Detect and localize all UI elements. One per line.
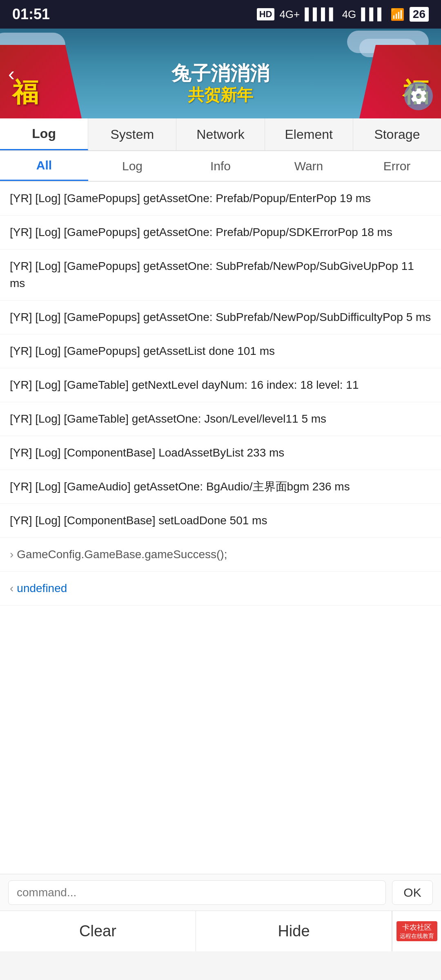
log-entry: [YR] [Log] [ComponentBase] LoadAssetByLi… xyxy=(0,436,441,470)
log-entry: [YR] [Log] [GamePopups] getAssetOne: Pre… xyxy=(0,216,441,249)
tab-system[interactable]: System xyxy=(88,118,176,150)
log-entry: [YR] [Log] [GamePopups] getAssetOne: Pre… xyxy=(0,182,441,216)
wifi-icon: 📶 xyxy=(390,8,405,21)
command-input[interactable] xyxy=(8,880,386,905)
logo-badge: 卡农社区 远程在线教育 xyxy=(392,911,441,951)
tab-filter-all[interactable]: All xyxy=(0,151,88,181)
signal-bars2-icon: ▌▌▌ xyxy=(361,8,385,21)
tab-log[interactable]: Log xyxy=(0,118,88,150)
bottom-bar: Clear Hide 卡农社区 远程在线教育 xyxy=(0,911,441,951)
status-icons: HD 4G+ ▌▌▌▌ 4G ▌▌▌ 📶 26 xyxy=(257,7,429,22)
log-entry: [YR] [Log] [GamePopups] getAssetList don… xyxy=(0,334,441,368)
app-header: 福 福 ‹ 兔子消消消 共贺新年 xyxy=(0,29,441,118)
network-4g-icon: 4G xyxy=(342,8,356,21)
log-entry: ‹undefined xyxy=(0,572,441,606)
log-entry: [YR] [Log] [GameTable] getNextLevel dayN… xyxy=(0,368,441,402)
back-button[interactable]: ‹ xyxy=(8,62,15,85)
tab-filter-error[interactable]: Error xyxy=(353,151,441,181)
ok-button[interactable]: OK xyxy=(392,880,433,905)
clear-button[interactable]: Clear xyxy=(0,911,196,951)
log-entry: [YR] [Log] [ComponentBase] setLoadDone 5… xyxy=(0,504,441,538)
tab-element[interactable]: Element xyxy=(265,118,353,150)
hd-icon: HD xyxy=(257,8,275,20)
tab-storage[interactable]: Storage xyxy=(353,118,441,150)
log-entry: [YR] [Log] [GamePopups] getAssetOne: Sub… xyxy=(0,301,441,334)
collapse-arrow-icon[interactable]: ‹ xyxy=(10,582,13,595)
banner-subtitle: 共贺新年 xyxy=(188,84,253,106)
tab-filter-warn[interactable]: Warn xyxy=(265,151,353,181)
settings-button[interactable] xyxy=(404,82,433,110)
status-bar: 01:51 HD 4G+ ▌▌▌▌ 4G ▌▌▌ 📶 26 xyxy=(0,0,441,29)
status-time: 01:51 xyxy=(12,6,50,23)
log-entry: [YR] [Log] [GameAudio] getAssetOne: BgAu… xyxy=(0,470,441,504)
hide-button[interactable]: Hide xyxy=(196,911,392,951)
tab-network[interactable]: Network xyxy=(176,118,265,150)
app-title: 兔子消消消 xyxy=(172,60,270,87)
command-bar: OK xyxy=(0,874,441,911)
log-entry: ›GameConfig.GameBase.gameSuccess(); xyxy=(0,538,441,572)
log-entry: [YR] [Log] [GamePopups] getAssetOne: Sub… xyxy=(0,249,441,301)
log-content-area: [YR] [Log] [GamePopups] getAssetOne: Pre… xyxy=(0,182,441,874)
expand-arrow-icon[interactable]: › xyxy=(10,548,13,561)
tab-filter-info[interactable]: Info xyxy=(176,151,265,181)
battery-icon: 26 xyxy=(410,7,429,22)
logo-text: 卡农社区 远程在线教育 xyxy=(396,921,437,942)
network-4g-plus-icon: 4G+ xyxy=(279,8,300,21)
tab-filter-log[interactable]: Log xyxy=(88,151,176,181)
signal-bars-icon: ▌▌▌▌ xyxy=(305,8,337,21)
banner-left-char: 福 xyxy=(12,75,38,110)
primary-tabs: Log System Network Element Storage xyxy=(0,118,441,151)
log-entry: [YR] [Log] [GameTable] getAssetOne: Json… xyxy=(0,402,441,436)
gear-icon xyxy=(410,87,428,105)
secondary-tabs: All Log Info Warn Error xyxy=(0,151,441,182)
